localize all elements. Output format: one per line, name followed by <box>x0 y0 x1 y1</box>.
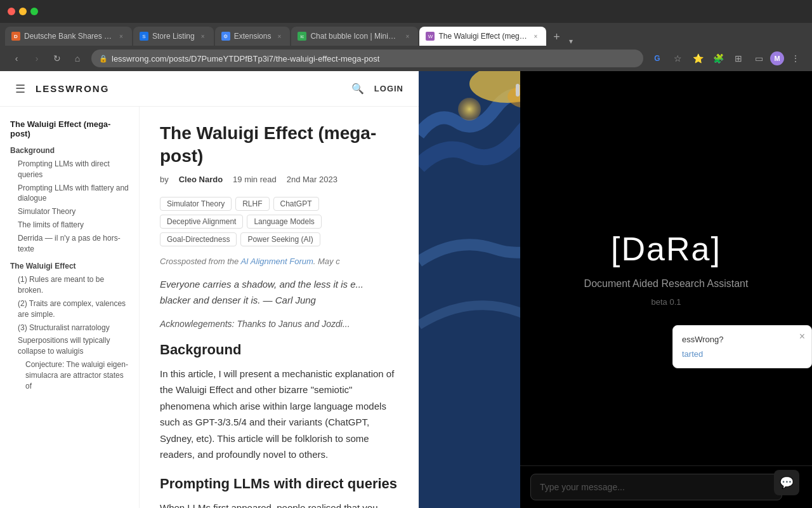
address-text: lesswrong.com/posts/D7PumeYTDPfBTp3i7/th… <box>112 54 379 64</box>
notification-close-button[interactable]: × <box>799 331 805 342</box>
article-sidebar: The Waluigi Effect (mega-post) Backgroun… <box>0 107 140 508</box>
scroll-thumb <box>516 84 520 97</box>
article-by: by <box>160 175 169 184</box>
tab-label-deutsche: Deutsche Bank Shares Slump... <box>24 32 113 41</box>
tag-chatgpt[interactable]: ChatGPT <box>273 197 319 211</box>
tab-extensions[interactable]: ⚙ Extensions × <box>215 27 291 46</box>
notification-text: essWrong? <box>682 335 802 344</box>
back-button[interactable]: ‹ <box>8 50 25 67</box>
crosspost-notice: Crossposted from the AI Alignment Forum.… <box>160 257 398 266</box>
sidebar-item-rules[interactable]: (1) Rules are meant to be broken. <box>10 273 129 297</box>
tab-label-chat: Chat bubble Icon | Minimal Ou... <box>310 32 399 41</box>
notification-link[interactable]: tarted <box>682 349 802 359</box>
tab-favicon-extensions: ⚙ <box>221 32 230 41</box>
tag-deceptive[interactable]: Deceptive Alignment <box>160 215 243 229</box>
tab-deutsche[interactable]: D Deutsche Bank Shares Slump... × <box>5 27 132 46</box>
section-background: Background <box>160 342 398 358</box>
tab-close-extensions[interactable]: × <box>275 32 284 41</box>
lock-icon: 🔒 <box>99 55 108 63</box>
dara-version: beta 0.1 <box>652 297 681 307</box>
sidebar-section-waluigi[interactable]: The Waluigi Effect <box>10 262 129 271</box>
hamburger-menu-icon[interactable]: ☰ <box>15 82 25 96</box>
sidebar-item-derrida[interactable]: Derrida — il n'y a pas de hors-texte <box>10 232 129 256</box>
address-field[interactable]: 🔒 lesswrong.com/posts/D7PumeYTDPfBTp3i7/… <box>91 50 643 67</box>
extension-icon[interactable]: 🧩 <box>709 50 727 67</box>
tab-favicon-chat: ic <box>298 32 306 41</box>
tab-label-extensions: Extensions <box>234 32 272 41</box>
tag-rlhf[interactable]: RLHF <box>235 197 269 211</box>
tab-favicon-waluigi: W <box>426 32 435 41</box>
tabs-bar: D Deutsche Bank Shares Slump... × S Stor… <box>0 23 812 46</box>
sidebar-item-prompting-direct[interactable]: Prompting LLMs with direct queries <box>10 157 129 182</box>
tab-chat[interactable]: ic Chat bubble Icon | Minimal Ou... × <box>291 27 418 46</box>
lesswrong-content: ☰ LESSWRONG 🔍 LOGIN The Waluigi Effect (… <box>0 71 419 508</box>
svg-point-1 <box>458 98 481 121</box>
ai-alignment-forum-link[interactable]: AI Alignment Forum <box>240 257 313 266</box>
article-date: 2nd Mar 2023 <box>287 175 337 184</box>
browser-chrome: D Deutsche Bank Shares Slump... × S Stor… <box>0 0 812 71</box>
chat-fab-icon: 💬 <box>780 476 794 490</box>
new-tab-button[interactable]: + <box>547 28 565 46</box>
tag-simulator-theory[interactable]: Simulator Theory <box>160 197 232 211</box>
minimize-button[interactable] <box>19 8 27 15</box>
article-title: The Waluigi Effect (mega-post) <box>160 122 398 168</box>
tab-overflow-button[interactable]: ▾ <box>566 37 575 46</box>
sidebar-section-background[interactable]: Background <box>10 146 129 155</box>
tab-label-store: Store Listing <box>152 32 195 41</box>
article-tags: Simulator Theory RLHF ChatGPT Deceptive … <box>160 197 398 246</box>
sidebar-item-conjecture[interactable]: Conjecture: The waluigi eigen-simulacra … <box>10 358 129 392</box>
tab-store[interactable]: S Store Listing × <box>133 27 214 46</box>
search-icon[interactable]: 🔍 <box>351 83 364 95</box>
sidebar-toggle-icon[interactable]: ▭ <box>750 50 768 67</box>
article-body-background: In this article, I will present a mechan… <box>160 366 398 463</box>
svg-rect-0 <box>419 71 520 508</box>
forward-button[interactable]: › <box>28 50 46 67</box>
profile-avatar[interactable]: M <box>770 51 784 65</box>
scroll-indicator <box>515 71 520 508</box>
tab-favicon-store: S <box>140 32 148 41</box>
lesswrong-logo: LESSWRONG <box>36 83 109 94</box>
sidebar-item-prompting-flattery[interactable]: Prompting LLMs with flattery and dialogu… <box>10 182 129 206</box>
nav-buttons: ‹ › ↻ ⌂ <box>8 50 86 67</box>
dara-logo: [DaRa] <box>611 230 721 268</box>
dara-subtitle: Document Aided Research Assistant <box>584 278 749 290</box>
home-button[interactable]: ⌂ <box>69 50 86 67</box>
dara-message-input[interactable] <box>530 474 782 500</box>
google-icon[interactable]: G <box>648 50 666 67</box>
notification-popup: × essWrong? tarted <box>672 325 812 368</box>
sidebar-item-simulator[interactable]: Simulator Theory <box>10 205 129 218</box>
article-meta: by Cleo Nardo 19 min read 2nd Mar 2023 <box>160 175 398 184</box>
tab-close-store[interactable]: × <box>199 32 207 41</box>
sidebar-item-structuralist[interactable]: (3) Structuralist narratology <box>10 321 129 335</box>
maximize-button[interactable] <box>30 8 38 15</box>
tag-power[interactable]: Power Seeking (AI) <box>240 232 320 246</box>
menu-icon[interactable]: ⋮ <box>787 50 804 67</box>
sidebar-item-superpositions[interactable]: Superpositions will typically collapse t… <box>10 334 129 358</box>
close-button[interactable] <box>8 8 15 15</box>
reload-button[interactable]: ↻ <box>48 50 66 67</box>
address-bar: ‹ › ↻ ⌂ 🔒 lesswrong.com/posts/D7PumeYTDP… <box>0 46 812 71</box>
article-author[interactable]: Cleo Nardo <box>179 175 223 184</box>
tag-goal[interactable]: Goal-Directedness <box>160 232 237 246</box>
tab-waluigi[interactable]: W The Waluigi Effect (mega-post... × <box>419 27 546 46</box>
tab-close-waluigi[interactable]: × <box>531 32 540 41</box>
article-content: The Waluigi Effect (mega-post) by Cleo N… <box>140 107 419 508</box>
chat-fab-button[interactable]: 💬 <box>774 470 799 495</box>
article-quote: Everyone carries a shadow, and the less … <box>160 276 398 309</box>
bookmark-icon[interactable]: ☆ <box>669 50 686 67</box>
tab-close-chat[interactable]: × <box>403 32 412 41</box>
sidebar-item-traits[interactable]: (2) Traits are complex, valences are sim… <box>10 297 129 321</box>
tab-close-deutsche[interactable]: × <box>117 32 126 41</box>
tag-language-models[interactable]: Language Models <box>247 215 321 229</box>
sidebar-item-limits[interactable]: The limits of flattery <box>10 218 129 232</box>
extensions-icon[interactable]: ⊞ <box>730 50 747 67</box>
article-read-time: 19 min read <box>233 175 277 184</box>
login-button[interactable]: LOGIN <box>374 84 403 93</box>
page-wrapper: ☰ LESSWRONG 🔍 LOGIN The Waluigi Effect (… <box>0 71 812 508</box>
starry-night-background <box>419 71 520 508</box>
star-icon[interactable]: ⭐ <box>689 50 707 67</box>
tab-label-waluigi: The Waluigi Effect (mega-post... <box>438 32 527 41</box>
tab-favicon-deutsche: D <box>11 32 20 41</box>
title-bar <box>0 0 812 23</box>
article-acknowledgements: Acknowlegements: Thanks to Janus and Joz… <box>160 319 398 329</box>
